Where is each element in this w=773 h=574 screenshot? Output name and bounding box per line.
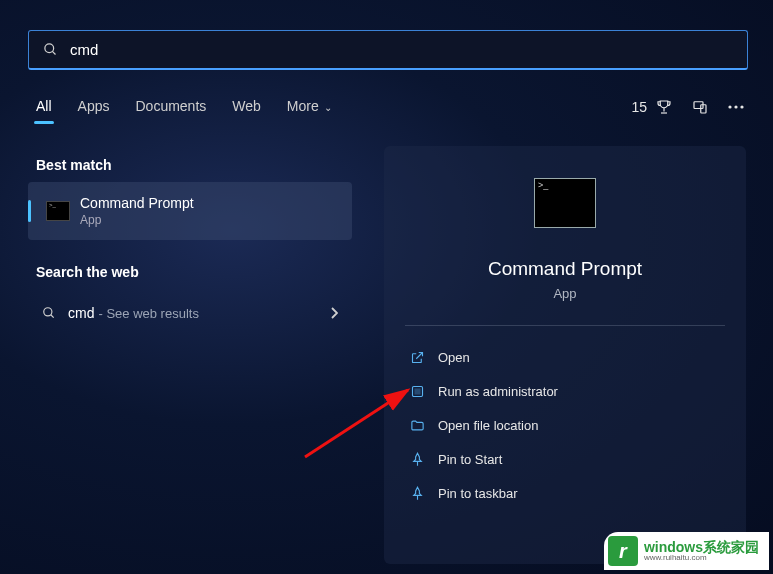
pin-icon (406, 452, 428, 467)
tab-apps[interactable]: Apps (78, 98, 110, 120)
preview-subtitle: App (553, 286, 576, 301)
svg-rect-10 (415, 389, 420, 394)
preview-pane: Command Prompt App Open Run as administr… (384, 146, 746, 564)
link-phone-icon[interactable] (691, 98, 709, 116)
more-options-icon[interactable] (727, 98, 745, 116)
watermark-title: windows系统家园 (644, 540, 759, 554)
action-pin-start[interactable]: Pin to Start (404, 442, 726, 476)
web-result-row[interactable]: cmd - See web results (28, 292, 352, 334)
filter-tabs: All Apps Documents Web More ⌄ (36, 98, 332, 120)
best-match-heading: Best match (36, 157, 111, 173)
svg-line-8 (51, 315, 54, 318)
search-icon (43, 42, 58, 57)
action-label: Open file location (438, 418, 538, 433)
chevron-right-icon (330, 307, 338, 319)
web-desc: - See web results (98, 306, 198, 321)
folder-icon (406, 418, 428, 433)
chevron-down-icon: ⌄ (321, 102, 332, 113)
preview-title: Command Prompt (488, 258, 642, 280)
svg-point-6 (740, 105, 743, 108)
open-icon (406, 350, 428, 365)
svg-point-0 (45, 44, 54, 53)
svg-line-1 (52, 51, 55, 54)
toolbar-right: 15 (631, 98, 745, 116)
action-label: Pin to Start (438, 452, 502, 467)
command-prompt-icon (534, 178, 596, 228)
watermark-url: www.ruihaitu.com (644, 554, 759, 562)
pin-icon (406, 486, 428, 501)
web-term: cmd (68, 305, 94, 321)
tab-web[interactable]: Web (232, 98, 261, 120)
rewards-count: 15 (631, 99, 647, 115)
action-open-file-location[interactable]: Open file location (404, 408, 726, 442)
best-match-result[interactable]: Command Prompt App (28, 182, 352, 240)
action-label: Run as administrator (438, 384, 558, 399)
action-open[interactable]: Open (404, 340, 726, 374)
svg-point-4 (728, 105, 731, 108)
watermark: r windows系统家园 www.ruihaitu.com (604, 532, 769, 570)
svg-point-7 (44, 308, 52, 316)
action-pin-taskbar[interactable]: Pin to taskbar (404, 476, 726, 510)
rewards-icon[interactable] (655, 98, 673, 116)
shield-icon (406, 384, 428, 399)
search-box[interactable] (28, 30, 748, 70)
action-label: Pin to taskbar (438, 486, 518, 501)
tab-all[interactable]: All (36, 98, 52, 120)
tab-more[interactable]: More ⌄ (287, 98, 332, 120)
result-title: Command Prompt (80, 195, 194, 211)
search-web-heading: Search the web (36, 264, 139, 280)
action-label: Open (438, 350, 470, 365)
search-input[interactable] (70, 41, 733, 58)
result-subtitle: App (80, 213, 194, 227)
search-icon (42, 306, 56, 320)
command-prompt-icon (46, 201, 70, 221)
action-run-administrator[interactable]: Run as administrator (404, 374, 726, 408)
svg-point-5 (734, 105, 737, 108)
tab-documents[interactable]: Documents (135, 98, 206, 120)
watermark-logo-icon: r (608, 536, 638, 566)
